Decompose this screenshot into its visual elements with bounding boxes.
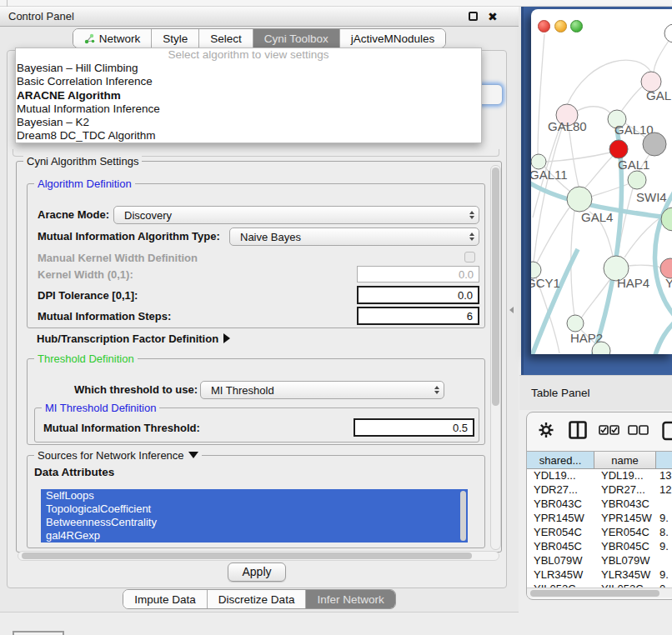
table-row[interactable]: YBR045CYBR045C9. xyxy=(527,540,672,554)
tab-label: jActiveMNodules xyxy=(351,32,435,45)
close-window-icon[interactable]: ✖ xyxy=(488,12,498,22)
which-threshold-label: Which threshold to use: xyxy=(74,383,198,396)
algorithm-option[interactable]: Bayesian – Hill Climbing xyxy=(16,62,481,75)
which-threshold-combobox[interactable]: MI Threshold xyxy=(200,381,444,399)
algorithm-option[interactable]: Bayesian – K2 xyxy=(16,116,481,129)
mi-threshold-label: Mutual Information Threshold: xyxy=(43,422,200,434)
attribute-list-item[interactable]: SelfLoops xyxy=(41,489,468,502)
gear-icon[interactable] xyxy=(538,421,554,439)
data-attributes-list[interactable]: SelfLoopsTopologicalCoefficientBetweenne… xyxy=(41,489,468,542)
table-row[interactable]: YBR043CYBR043C xyxy=(527,498,672,512)
table-row[interactable]: YLR345WYLR345W9. xyxy=(527,568,672,582)
table-cell: YER054C xyxy=(594,526,656,540)
column-header-3[interactable] xyxy=(656,452,672,468)
algorithm-definition-group: Algorithm Definition Aracne Mode: Discov… xyxy=(27,183,485,328)
table-file-icon[interactable] xyxy=(662,421,672,441)
node-label-hap4: HAP4 xyxy=(617,276,649,290)
bottom-tab-infer-network[interactable]: Infer Network xyxy=(306,590,394,608)
table-cell: YDR27... xyxy=(594,483,656,498)
control-panel-tab-bar: NetworkStyleSelectCyni ToolboxjActiveMNo… xyxy=(73,28,447,48)
table-row[interactable]: YBL079WYBL079W xyxy=(527,554,672,568)
network-edge xyxy=(577,107,611,114)
table-horizontal-scrollbar[interactable] xyxy=(527,588,672,598)
tab-style[interactable]: Style xyxy=(152,29,199,48)
network-edge xyxy=(584,156,613,189)
network-graph-canvas[interactable]: GALGAL80GAL10GAL1GAL11SWI4GAL4GCY1HAP4YH… xyxy=(531,9,672,354)
network-node[interactable] xyxy=(643,132,666,156)
bottom-tab-impute-data[interactable]: Impute Data xyxy=(123,590,208,608)
unchecked-checkboxes-icon[interactable] xyxy=(628,425,649,435)
table-cell: 12 xyxy=(656,483,672,498)
table-cell: YPR145W xyxy=(527,512,594,526)
algorithm-option[interactable]: ARACNE Algorithm xyxy=(16,89,481,102)
tab-jactivemnodules[interactable]: jActiveMNodules xyxy=(340,29,446,48)
settings-horizontal-scrollbar[interactable] xyxy=(18,551,499,561)
attribute-list-item[interactable]: BetweennessCentrality xyxy=(41,516,468,529)
tab-network[interactable]: Network xyxy=(73,29,153,48)
network-edge xyxy=(569,126,579,187)
cyni-bottom-tab-bar: Impute DataDiscretize DataInfer Network xyxy=(123,589,395,609)
table-cell: 8. xyxy=(656,526,672,540)
table-row[interactable]: YDR27...YDR27...12 xyxy=(527,483,672,498)
sources-group-title[interactable]: Sources for Network Inference xyxy=(34,449,202,462)
aracne-mode-combobox[interactable]: Discovery xyxy=(113,206,479,224)
attribute-list-item[interactable]: gal4RGexp xyxy=(41,529,468,542)
mi-algorithm-type-combobox[interactable]: Naive Bayes xyxy=(229,228,479,246)
table-panel-header: Table Panel xyxy=(519,375,672,410)
hub-definition-expander[interactable]: Hub/Transcription Factor Definition xyxy=(37,332,230,345)
apply-button[interactable]: Apply xyxy=(228,562,286,582)
bottom-tab-discretize-data[interactable]: Discretize Data xyxy=(208,590,307,608)
node-label-gal4: GAL4 xyxy=(581,210,613,224)
split-columns-icon[interactable] xyxy=(569,421,587,439)
column-header-1[interactable]: shared... xyxy=(527,452,594,468)
table-cell: YDR27... xyxy=(527,483,594,498)
dpi-tolerance-field[interactable]: 0.0 xyxy=(357,286,479,304)
network-node-gal4[interactable] xyxy=(567,187,592,212)
minimized-panel-fragment xyxy=(13,631,64,635)
split-pane-grip[interactable] xyxy=(509,307,514,313)
settings-group-title: Cyni Algorithm Settings xyxy=(23,155,142,168)
algorithm-option[interactable]: Basic Correlation Inference xyxy=(16,75,481,88)
table-cell: YER054C xyxy=(527,526,594,540)
app-top-strip xyxy=(0,0,672,7)
node-label-gal1: GAL1 xyxy=(618,158,649,172)
network-node[interactable] xyxy=(664,24,672,42)
network-edge xyxy=(654,318,672,354)
attribute-list-item[interactable]: TopologicalCoefficient xyxy=(41,502,468,516)
mi-threshold-field[interactable]: 0.5 xyxy=(354,418,474,437)
tab-select[interactable]: Select xyxy=(199,29,253,48)
combo-stepper-icon xyxy=(465,207,479,223)
table-row[interactable]: YDL19...YDL19...13 xyxy=(527,469,672,483)
tab-label: Discretize Data xyxy=(218,593,295,606)
table-cell: YLR345W xyxy=(527,568,594,582)
network-node-gal1[interactable] xyxy=(628,171,646,189)
table-row[interactable]: YER054CYER054C8. xyxy=(527,526,672,540)
algorithm-option[interactable]: Mutual Information Inference xyxy=(16,102,481,116)
checked-checkboxes-icon[interactable] xyxy=(599,425,619,435)
tab-label: Impute Data xyxy=(134,593,196,606)
table-cell: YBL079W xyxy=(594,554,656,568)
table-toolbar xyxy=(527,412,672,449)
panel-title: Control Panel xyxy=(8,7,74,27)
float-window-icon[interactable] xyxy=(469,12,478,21)
list-scrollbar[interactable] xyxy=(459,491,467,541)
table-row[interactable]: YPR145WYPR145W9. xyxy=(527,512,672,526)
network-node[interactable] xyxy=(609,140,628,158)
settings-vertical-scrollbar[interactable] xyxy=(490,165,501,550)
network-node-hap2[interactable] xyxy=(567,315,584,332)
table-cell: 9. xyxy=(656,568,672,582)
network-view-window[interactable]: GALGAL80GAL10GAL1GAL11SWI4GAL4GCY1HAP4YH… xyxy=(531,9,672,354)
column-header-2[interactable]: name xyxy=(594,452,656,468)
manual-kernel-label: Manual Kernel Width Definition xyxy=(38,252,198,264)
algorithm-option[interactable]: Dream8 DC_TDC Algorithm xyxy=(16,129,481,142)
threshold-definition-group: Threshold Definition Which threshold to … xyxy=(27,358,485,445)
mi-threshold-group: MI Threshold Definition Mutual Informati… xyxy=(34,408,479,442)
kernel-width-field[interactable]: 0.0 xyxy=(357,266,479,282)
tab-cyni-toolbox[interactable]: Cyni Toolbox xyxy=(253,29,340,48)
node-label-gal: GAL xyxy=(646,88,671,102)
table-cell: YPR145W xyxy=(594,512,656,526)
mi-steps-field[interactable]: 6 xyxy=(357,307,479,325)
combo-stepper-icon xyxy=(430,382,444,398)
algorithm-dropdown-placeholder: Select algorithm to view settings xyxy=(16,48,481,62)
manual-kernel-checkbox[interactable] xyxy=(464,252,475,262)
